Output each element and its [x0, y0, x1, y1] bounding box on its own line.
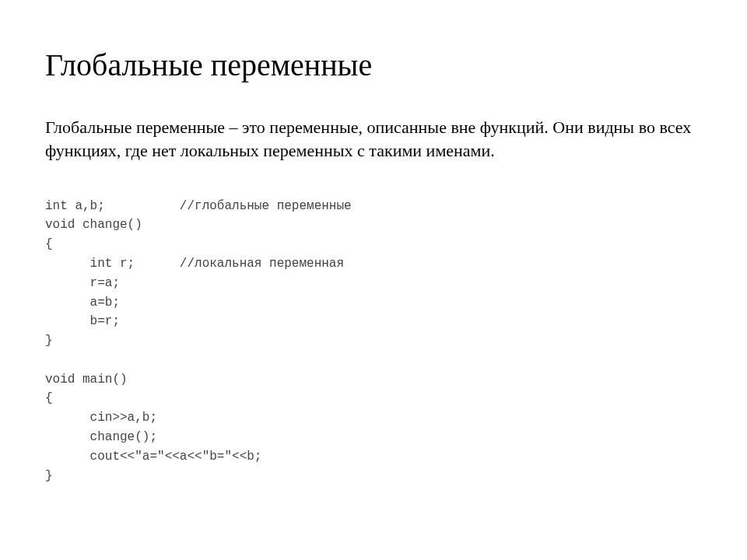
slide-title: Глобальные переменные	[45, 47, 702, 83]
code-line: }	[45, 334, 53, 348]
code-line: void main()	[45, 373, 128, 387]
slide-description: Глобальные переменные – это переменные, …	[45, 116, 702, 163]
code-line: cout<<"a="<<a<<"b="<<b;	[45, 450, 261, 464]
code-line: cin>>a,b;	[45, 411, 157, 425]
code-line: r=a;	[45, 276, 120, 290]
code-line: int r; //локальная переменная	[45, 257, 344, 271]
code-line: void change()	[45, 218, 142, 232]
code-example: int a,b; //глобальные переменные void ch…	[45, 177, 702, 506]
slide: Глобальные переменные Глобальные перемен…	[0, 0, 747, 536]
code-line: change();	[45, 430, 157, 444]
code-line: int a,b; //глобальные переменные	[45, 199, 352, 213]
code-line: {	[45, 391, 53, 405]
code-line: {	[45, 237, 53, 251]
code-line: }	[45, 469, 53, 483]
code-line: b=r;	[45, 314, 120, 328]
code-line: a=b;	[45, 296, 120, 310]
